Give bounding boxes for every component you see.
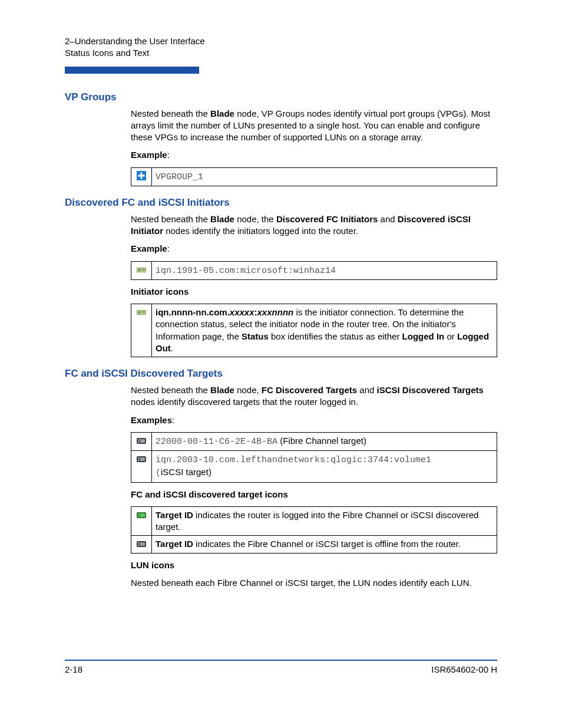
initiator-icon-cell (131, 304, 152, 357)
target-online-desc: Target ID indicates the router is logged… (152, 506, 497, 536)
heading-disc-targets: FC and iSCSI Discovered Targets (65, 368, 497, 380)
vp-description: Nested beneath the Blade node, VP Groups… (131, 108, 497, 144)
svg-rect-6 (141, 269, 145, 269)
disk-offline-icon (137, 454, 146, 462)
examples-label: Examples: (131, 414, 497, 426)
target-icons-label: FC and iSCSI discovered target icons (131, 489, 497, 500)
vp-example-value: VPGROUP_1 (152, 167, 497, 186)
target-example-fc: 22000-00-11-C6-2E-4B-BA (Fibre Channel t… (152, 432, 497, 450)
target-offline-icon-cell (131, 536, 152, 553)
header-chapter: 2–Understanding the User Interface (65, 35, 497, 47)
svg-rect-7 (141, 270, 145, 271)
lun-description: Nested beneath each Fibre Channel or iSC… (131, 577, 497, 589)
target-offline-desc: Target ID indicates the Fibre Channel or… (152, 536, 497, 553)
initiator-example-box: iqn.1991-05.com:microsoft:winhaz14 (131, 261, 497, 280)
svg-rect-2 (138, 174, 145, 176)
initiator-icons-box: iqn.nnnn-nn.com.xxxxx:xxxnnnn is the ini… (131, 304, 497, 357)
lun-icons-label: LUN icons (131, 559, 497, 571)
disk-offline-icon (137, 539, 146, 547)
svg-point-15 (139, 440, 141, 442)
svg-rect-11 (141, 311, 145, 312)
svg-rect-5 (138, 269, 140, 271)
plus-icon (137, 171, 146, 179)
vp-example-box: VPGROUP_1 (131, 167, 497, 186)
initiator-card-icon (137, 307, 146, 315)
svg-rect-12 (141, 312, 145, 313)
svg-point-24 (139, 543, 141, 545)
doc-id: ISR654602-00 H (431, 664, 497, 674)
page-header: 2–Understanding the User Interface Statu… (65, 35, 497, 60)
header-section: Status Icons and Text (65, 47, 497, 59)
target-online-icon-cell (131, 506, 152, 536)
target-icon-cell (131, 432, 152, 450)
svg-point-18 (139, 459, 141, 460)
header-rule (65, 67, 199, 74)
initiator-card-icon (137, 265, 146, 273)
targets-description: Nested beneath the Blade node, FC Discov… (131, 384, 497, 409)
example-label: Example: (131, 243, 497, 255)
initiator-icons-label: Initiator icons (131, 286, 497, 298)
initiator-icon-cell (131, 261, 152, 279)
svg-point-21 (139, 514, 141, 516)
svg-rect-10 (138, 311, 140, 314)
initiator-example-value: iqn.1991-05.com:microsoft:winhaz14 (152, 261, 497, 279)
plus-icon-cell (131, 167, 152, 186)
target-icons-box: Target ID indicates the router is logged… (131, 506, 497, 554)
disk-online-icon (137, 510, 146, 518)
initiator-icon-desc: iqn.nnnn-nn.com.xxxxx:xxxnnnn is the ini… (152, 304, 497, 357)
initiators-description: Nested beneath the Blade node, the Disco… (131, 213, 497, 238)
page-footer: 2-18 ISR654602-00 H (65, 660, 497, 674)
targets-examples-box: 22000-00-11-C6-2E-4B-BA (Fibre Channel t… (131, 432, 497, 483)
heading-disc-initiators: Discovered FC and iSCSI Initiators (65, 197, 497, 209)
section-vp-groups: Nested beneath the Blade node, VP Groups… (131, 108, 497, 186)
heading-vp-groups: VP Groups (65, 91, 497, 103)
document-page: 2–Understanding the User Interface Statu… (0, 0, 562, 728)
target-icon-cell (131, 451, 152, 483)
target-example-iscsi: iqn.2003-10.com.lefthandnetworks:qlogic:… (152, 451, 497, 483)
section-disc-initiators: Nested beneath the Blade node, the Disco… (131, 213, 497, 357)
page-number: 2-18 (65, 664, 82, 674)
section-disc-targets: Nested beneath the Blade node, FC Discov… (131, 384, 497, 589)
disk-offline-icon (137, 436, 146, 444)
example-label: Example: (131, 149, 497, 161)
